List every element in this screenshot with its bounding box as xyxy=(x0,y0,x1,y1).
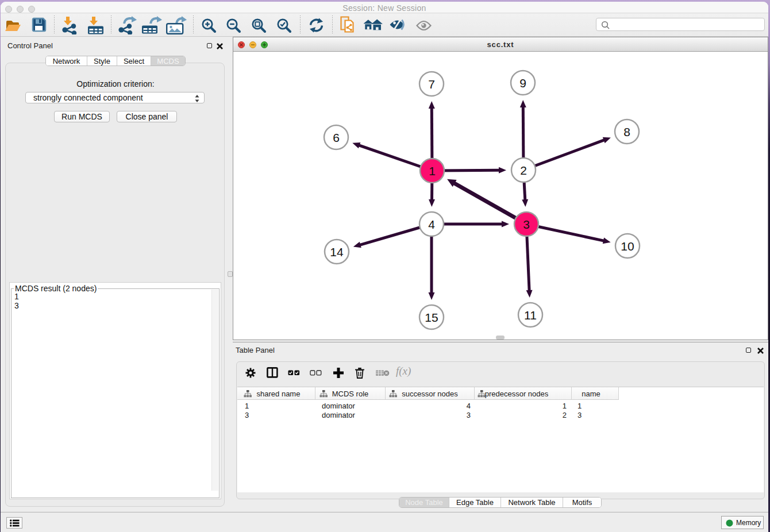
svg-text:11: 11 xyxy=(524,309,537,322)
svg-text:15: 15 xyxy=(425,311,438,324)
svg-text:6: 6 xyxy=(333,131,340,144)
svg-text:3: 3 xyxy=(523,218,530,231)
svg-text:8: 8 xyxy=(623,125,630,138)
svg-text:4: 4 xyxy=(428,218,435,231)
svg-text:9: 9 xyxy=(519,76,526,90)
svg-text:10: 10 xyxy=(621,240,634,253)
svg-text:7: 7 xyxy=(428,78,435,91)
svg-text:2: 2 xyxy=(520,164,527,177)
svg-text:1: 1 xyxy=(429,164,436,178)
svg-text:14: 14 xyxy=(330,245,344,259)
